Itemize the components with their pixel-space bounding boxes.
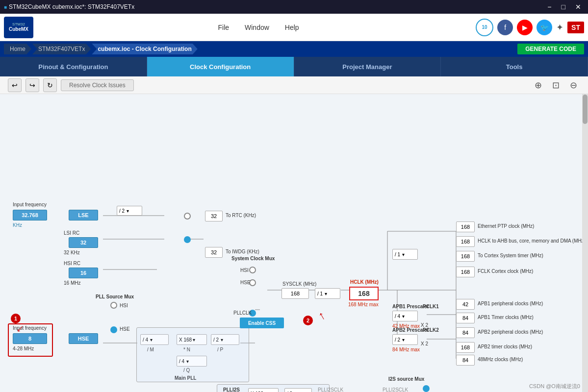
refresh-button[interactable]: ↻ [43,78,57,92]
plli2sclk-label-left: PLLI2SCLK [318,387,343,392]
ahb-prescaler-select[interactable]: / 1▾ [315,288,340,299]
breadcrumb-file[interactable]: cubemx.ioc - Clock Configuration [92,44,197,54]
hclk-value-box[interactable]: 168 [349,287,379,300]
apb1-peripheral-value[interactable]: 42 [456,299,475,310]
pclk2-label: PCLK2 [423,327,439,333]
pll-source-mux-label: PLL Source Mux [96,294,134,299]
pll-hsi-label: HSI [120,303,128,308]
maximize-button[interactable]: □ [559,3,568,11]
clk48-value[interactable]: 84 [456,355,475,366]
plli2s-r-select[interactable]: / 2▾ [284,388,312,392]
tab-bar: Pinout & Configuration Clock Configurati… [0,57,588,76]
sysclk-hse-label: HSE [240,280,251,285]
apb2-peripheral-value[interactable]: 84 [456,327,475,338]
sysclk-value-box[interactable]: 168 [281,288,309,299]
lsi-circle [184,236,191,243]
fclk-value[interactable]: 168 [456,267,475,277]
to-iwdg-label: To IWDG (KHz) [226,249,259,254]
to-iwdg-value-box[interactable]: 32 [205,247,223,258]
sysclk-pllclk-label: PLLCLK [233,310,252,316]
eth-ptp-value[interactable]: 168 [456,221,475,232]
pll-mux-radio-hsi[interactable] [110,302,117,309]
scrollbar-thumb[interactable] [583,95,588,124]
lsi-value-box[interactable]: 32 [69,237,98,248]
sysclk-hsi-label: HSI [240,268,249,273]
close-button[interactable]: ✕ [572,3,584,11]
badge-icon: 10 [476,19,493,36]
tab-clock[interactable]: Clock Configuration [147,57,294,76]
to-rtc-value-box[interactable]: 32 [205,211,223,221]
breadcrumb-home[interactable]: Home [4,44,31,54]
plli2s-n-select[interactable]: X 192▾ [248,388,279,392]
generate-code-button[interactable]: GENERATE CODE [517,44,584,54]
pll-hse-label: HSE [120,326,130,332]
hsi-value-box[interactable]: 16 [69,268,98,278]
annotation-2-circle: 2 [303,316,313,325]
tab-tools[interactable]: Tools [441,57,588,76]
input-freq-1-value[interactable]: 32.768 [13,210,47,220]
twitter-icon[interactable]: 🐦 [537,20,552,35]
apb2-max-label: 84 MHz max [392,347,420,352]
lsi-rc-label: LSI RC [64,230,79,236]
clock-diagram-area: Input frequency 32.768 KHz LSE LSI RC 32… [0,94,588,392]
titlebar: ■ STM32CubeMX cubemx.ioc*: STM32F407VETx… [0,0,588,14]
annotation-1-circle: 1 [11,314,21,323]
lse-box: LSE [69,210,98,220]
apb2-timer-value[interactable]: 168 [456,342,475,353]
minimize-button[interactable]: − [544,3,554,11]
apb2-prescaler-select[interactable]: / 2▾ [392,334,418,345]
sysclk-mux-hsi[interactable] [249,267,256,273]
hclk-label: HCLK (MHz) [350,279,379,285]
watermark: CSDN @O南城逆流0 [529,383,580,390]
toolbar: ↩ ↪ ↻ Resolve Clock Issues ⊕ ⊡ ⊖ [0,76,588,94]
tab-pinout[interactable]: Pinout & Configuration [0,57,147,76]
facebook-icon[interactable]: f [497,20,513,35]
plli2s-label: PLLI2S [223,387,240,392]
network-icon[interactable]: ✦ [556,22,563,33]
lse-circle [184,213,191,220]
clk48-label: 48MHz clocks (MHz) [478,357,523,362]
zoom-fit-button[interactable]: ⊡ [549,78,562,92]
st-logo: ST [567,22,584,33]
tab-project[interactable]: Project Manager [294,57,441,76]
app-icon: ■ [4,4,7,10]
cortex-div-select[interactable]: / 1▾ [392,249,418,260]
redo-button[interactable]: ↪ [26,78,39,92]
scrollbar[interactable] [582,94,588,392]
hse-box: HSE [69,333,98,344]
undo-button[interactable]: ↩ [8,78,22,92]
resolve-clock-button[interactable]: Resolve Clock Issues [61,79,134,91]
to-rtc-label: To RTC (KHz) [226,213,256,218]
zoom-out-button[interactable]: ⊖ [566,78,580,92]
menubar: STM32 CubeMX File Window Help 10 f ▶ 🐦 ✦… [0,14,588,41]
title-text: STM32CubeMX cubemx.ioc*: STM32F407VETx [9,3,134,10]
i2s-circle-1[interactable] [423,385,430,392]
system-clock-mux-label: System Clock Mux [231,256,275,261]
pll-mux-radio-hse[interactable] [110,326,117,333]
lsi-unit-label: 32 KHz [64,250,80,255]
main-pll-outline [136,327,249,382]
hclk-max-label: 168 MHz max [348,302,379,307]
apb2-peripheral-label: APB2 peripheral clocks (MHz) [478,329,543,335]
menu-help[interactable]: Help [285,24,299,31]
apb1-timer-label: APB1 Timer clocks (MHz) [478,315,534,320]
apb1-prescaler-select[interactable]: / 4▾ [392,311,418,321]
cortex-timer-value[interactable]: 168 [456,251,475,262]
input-freq-1-unit: KHz [13,222,22,228]
i2s-source-mux-label: I2S source Mux [388,376,424,382]
hclk-ahb-label: HCLK to AHB bus, core, memory and DMA (M… [478,238,586,244]
eth-ptp-label: Ethernet PTP clock (MHz) [478,223,534,229]
menu-window[interactable]: Window [245,24,269,31]
youtube-icon[interactable]: ▶ [517,20,533,35]
apb1-timer-value[interactable]: 84 [456,313,475,323]
enable-css-button[interactable]: Enable CSS [240,318,284,328]
menu-file[interactable]: File [218,24,229,31]
hclk-ahb-value[interactable]: 168 [456,236,475,247]
breadcrumb-device[interactable]: STM32F407VETx [32,44,91,54]
cortex-timer-label: To Cortex System timer (MHz) [478,253,543,258]
apb2-x2: X 2 [421,341,428,346]
apb2-timer-label: APB2 timer clocks (MHz) [478,344,532,349]
breadcrumb-bar: Home STM32F407VETx cubemx.ioc - Clock Co… [0,41,588,57]
div2-top-select[interactable]: / 2▾ [117,206,142,216]
zoom-in-button[interactable]: ⊕ [531,78,545,92]
